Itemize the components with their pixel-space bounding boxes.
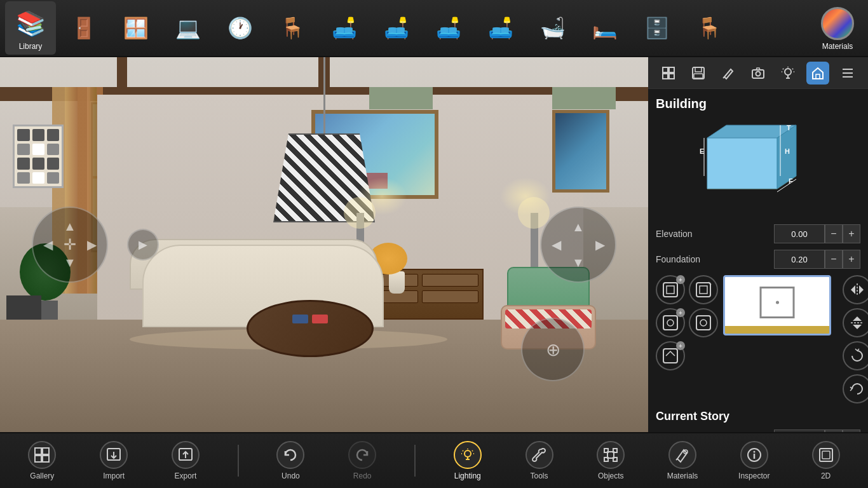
svg-rect-31 xyxy=(663,316,677,330)
2d-label: 2D xyxy=(821,471,831,480)
foundation-plus[interactable]: + xyxy=(843,250,860,269)
wall-art-left xyxy=(13,125,64,188)
materials-bottom-icon xyxy=(668,441,696,469)
objects-icon xyxy=(597,441,625,469)
svg-rect-5 xyxy=(695,67,702,72)
action-buttons-right xyxy=(843,275,868,403)
top-item-armchair[interactable]: 🛋️ xyxy=(319,6,370,50)
rt-camera-btn[interactable] xyxy=(747,62,770,85)
separator-2 xyxy=(414,445,416,477)
undo-button[interactable]: Undo xyxy=(268,441,313,480)
mirror-btn[interactable] xyxy=(843,374,868,403)
svg-rect-0 xyxy=(663,67,668,72)
accent-top-right xyxy=(552,87,616,109)
undo-label: Undo xyxy=(281,471,300,480)
right-panel: Building T H E F xyxy=(648,57,868,432)
top-item-window[interactable]: 🪟 xyxy=(111,6,161,50)
elevation-label: Elevation xyxy=(656,229,774,239)
svg-rect-33 xyxy=(696,316,710,330)
right-toolbar xyxy=(648,57,868,89)
svg-rect-48 xyxy=(604,458,608,461)
top-item-chair-metal[interactable]: 🪑 xyxy=(684,6,735,50)
svg-rect-1 xyxy=(669,67,674,72)
empty-slot xyxy=(689,341,718,370)
export-button[interactable]: Export xyxy=(163,441,208,480)
materials-label: Materials xyxy=(822,42,853,51)
import-button[interactable]: Import xyxy=(92,441,136,480)
top-item-bed[interactable]: 🛏️ xyxy=(580,6,630,50)
elevation-input[interactable] xyxy=(774,224,825,243)
gallery-label: Gallery xyxy=(30,471,54,480)
library-button[interactable]: 📚 Library xyxy=(5,1,56,55)
svg-rect-55 xyxy=(822,451,830,459)
elevation-plus[interactable]: + xyxy=(843,224,860,243)
viewport[interactable]: ▲ ▼ ◀ ▶ ✛ ▶ ⊕ ▲ ▼ ◀ ▶ xyxy=(0,57,648,432)
tools-button[interactable]: Tools xyxy=(517,441,562,480)
lighting-icon xyxy=(454,441,482,469)
objects-button[interactable]: Objects xyxy=(588,441,633,480)
lighting-label: Lighting xyxy=(454,471,481,480)
orbit-control[interactable]: ⊕ xyxy=(521,318,585,381)
svg-point-8 xyxy=(756,71,760,76)
top-item-bathtub[interactable]: 🛁 xyxy=(527,6,578,50)
top-item-sofa-pink[interactable]: 🛋️ xyxy=(371,6,422,50)
svg-rect-27 xyxy=(667,286,674,294)
rt-home-btn[interactable] xyxy=(806,62,829,85)
add-room-btn[interactable]: + xyxy=(656,275,685,304)
materials-bottom-button[interactable]: Materials xyxy=(660,441,705,480)
svg-rect-10 xyxy=(816,74,820,79)
gallery-button[interactable]: Gallery xyxy=(20,441,64,480)
materials-button[interactable]: Materials xyxy=(812,1,863,55)
rotate-btn[interactable] xyxy=(843,341,868,370)
action-buttons-left: + + xyxy=(656,275,718,370)
floor-preview-wrapper xyxy=(723,275,837,339)
elevation-row: Elevation − + xyxy=(656,224,860,243)
svg-rect-49 xyxy=(613,458,617,461)
painting-right xyxy=(552,110,609,193)
svg-rect-46 xyxy=(604,449,608,452)
2d-button[interactable]: 2D xyxy=(804,441,848,480)
redo-button[interactable]: Redo xyxy=(340,441,384,480)
flip-h-btn[interactable] xyxy=(843,275,868,304)
inspector-icon xyxy=(740,441,768,469)
svg-point-32 xyxy=(667,320,674,326)
svg-rect-6 xyxy=(694,74,703,78)
top-item-sofa-beige[interactable]: 🛋️ xyxy=(423,6,474,50)
elevation-minus[interactable]: − xyxy=(825,224,843,243)
top-item-laptop[interactable]: 💻 xyxy=(163,6,214,50)
top-item-chair-red[interactable]: 🪑 xyxy=(267,6,318,50)
rt-select-btn[interactable] xyxy=(657,62,680,85)
lighting-button[interactable]: Lighting xyxy=(445,441,490,480)
svg-text:T: T xyxy=(787,124,791,132)
right-content: Building T H E F xyxy=(648,89,868,432)
svg-rect-38 xyxy=(35,448,41,454)
top-item-sofa-yellow[interactable]: 🛋️ xyxy=(475,6,526,50)
svg-rect-47 xyxy=(613,449,617,452)
remove-story-btn[interactable] xyxy=(689,308,718,337)
rt-list-btn[interactable] xyxy=(836,62,859,85)
foundation-minus[interactable]: − xyxy=(825,250,843,269)
add-story-btn[interactable]: + xyxy=(656,308,685,337)
nav-control-left[interactable]: ▲ ▼ ◀ ▶ ✛ xyxy=(32,207,108,283)
inspector-button[interactable]: Inspector xyxy=(732,441,776,480)
top-toolbar: 📚 Library 🚪 🪟 💻 🕐 🪑 🛋️ 🛋️ 🛋️ 🛋️ 🛁 🛏️ 🗄️ … xyxy=(0,0,868,57)
nav-control-right[interactable]: ▲ ▼ ◀ ▶ xyxy=(540,207,616,283)
objects-label: Objects xyxy=(598,471,624,480)
svg-rect-28 xyxy=(696,283,710,297)
materials-bottom-label: Materials xyxy=(667,471,698,480)
coffee-table xyxy=(247,300,374,357)
rt-save-btn[interactable] xyxy=(687,62,710,85)
top-item-clock[interactable]: 🕐 xyxy=(215,6,266,50)
foundation-input[interactable] xyxy=(774,250,825,269)
svg-rect-2 xyxy=(663,74,668,79)
bottom-toolbar: Gallery Import Export Undo Redo xyxy=(0,432,868,488)
tools-label: Tools xyxy=(530,471,548,480)
rt-paint-btn[interactable] xyxy=(717,62,740,85)
top-item-door[interactable]: 🚪 xyxy=(58,6,109,50)
top-item-dresser2[interactable]: 🗄️ xyxy=(632,6,682,50)
remove-room-btn[interactable] xyxy=(689,275,718,304)
nav-arrow-single[interactable]: ▶ xyxy=(127,229,159,261)
flip-v-btn[interactable] xyxy=(843,308,868,337)
floor-btn[interactable]: + xyxy=(656,341,685,370)
rt-light-btn[interactable] xyxy=(776,62,799,85)
